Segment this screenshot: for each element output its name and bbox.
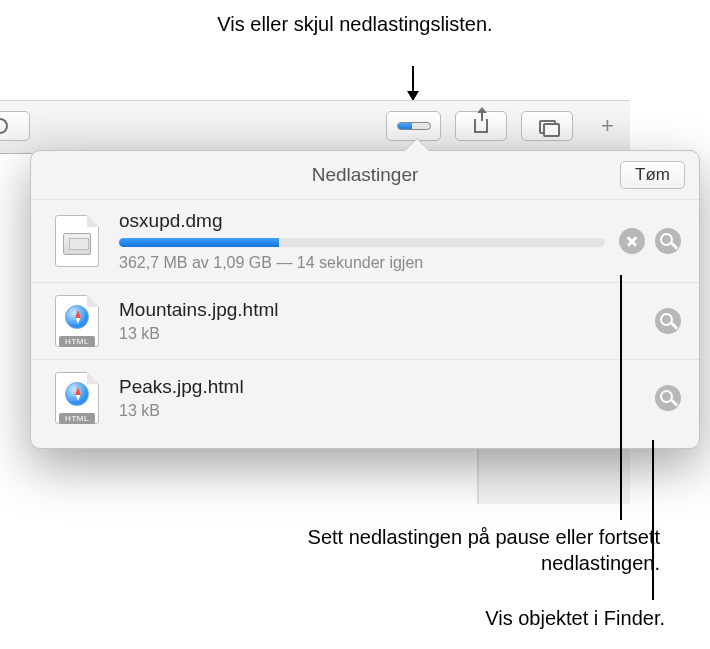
popover-title: Nedlastinger: [312, 164, 419, 185]
reveal-in-finder-button[interactable]: [655, 385, 681, 411]
download-progress-bar: [119, 238, 605, 247]
download-row[interactable]: osxupd.dmg 362,7 MB av 1,09 GB — 14 seku…: [31, 199, 699, 282]
pause-download-button[interactable]: [619, 228, 645, 254]
share-button[interactable]: [455, 111, 507, 141]
download-status: 13 kB: [119, 325, 641, 343]
callout-line: [620, 275, 622, 520]
download-filename: osxupd.dmg: [119, 210, 605, 232]
download-row[interactable]: HTML Peaks.jpg.html 13 kB: [31, 359, 699, 448]
download-status: 13 kB: [119, 402, 641, 420]
downloads-list: osxupd.dmg 362,7 MB av 1,09 GB — 14 seku…: [31, 199, 699, 448]
magnifier-icon: [660, 390, 673, 403]
share-icon: [474, 119, 488, 133]
file-icon-html: HTML: [49, 370, 105, 426]
downloads-progress-icon: [397, 122, 431, 130]
browser-toolbar: +: [0, 100, 630, 154]
download-body: Mountains.jpg.html 13 kB: [119, 299, 641, 343]
file-icon-dmg: [49, 213, 105, 269]
reload-icon: [0, 118, 8, 134]
magnifier-icon: [660, 233, 673, 246]
downloads-button[interactable]: [386, 111, 441, 141]
callout-line: [652, 440, 654, 600]
downloads-popover: Nedlastinger Tøm osxupd.dmg 362,7 MB av …: [30, 150, 700, 449]
reveal-in-finder-button[interactable]: [655, 308, 681, 334]
file-icon-html: HTML: [49, 293, 105, 349]
file-badge: HTML: [59, 336, 95, 347]
download-filename: Peaks.jpg.html: [119, 376, 641, 398]
magnifier-icon: [660, 313, 673, 326]
annotation-toggle-downloads: Vis eller skjul nedlastingslisten.: [0, 12, 710, 37]
annotation-pause: Sett nedlastingen på pause eller fortset…: [200, 524, 660, 576]
download-body: osxupd.dmg 362,7 MB av 1,09 GB — 14 seku…: [119, 210, 605, 272]
plus-icon: +: [601, 113, 614, 139]
download-progress-fill: [119, 238, 279, 247]
new-tab-button[interactable]: +: [585, 111, 630, 141]
download-row[interactable]: HTML Mountains.jpg.html 13 kB: [31, 282, 699, 359]
popover-header: Nedlastinger Tøm: [31, 151, 699, 199]
reveal-in-finder-button[interactable]: [655, 228, 681, 254]
tabs-icon: [539, 120, 555, 132]
download-body: Peaks.jpg.html 13 kB: [119, 376, 641, 420]
file-badge: HTML: [59, 413, 95, 424]
download-filename: Mountains.jpg.html: [119, 299, 641, 321]
annotation-arrow: [412, 66, 414, 100]
clear-downloads-button[interactable]: Tøm: [620, 161, 685, 189]
annotation-finder: Vis objektet i Finder.: [300, 605, 665, 631]
tab-overview-button[interactable]: [521, 111, 573, 141]
download-status: 362,7 MB av 1,09 GB — 14 sekunder igjen: [119, 254, 605, 272]
reload-button[interactable]: [0, 111, 30, 141]
